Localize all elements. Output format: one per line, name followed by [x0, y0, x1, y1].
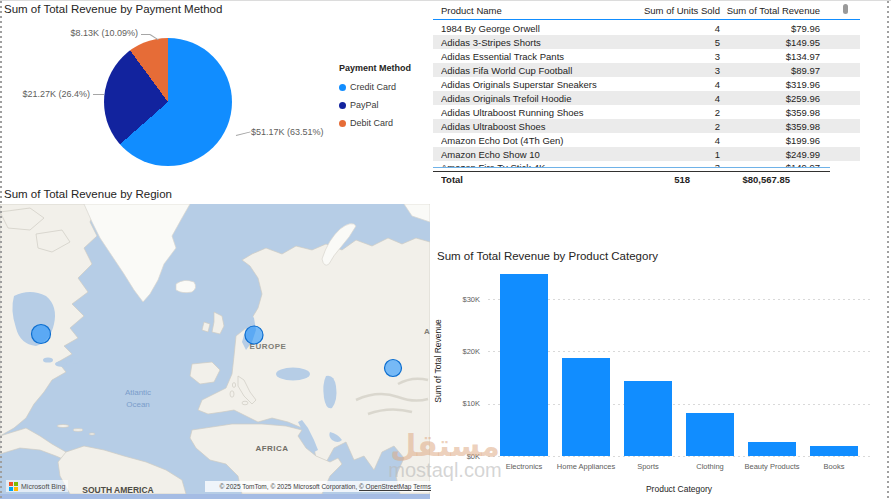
- legend-dot-icon: [339, 120, 346, 127]
- table-cell: Adidas Ultraboost Shoes: [441, 121, 640, 132]
- table-cell: $134.97: [720, 51, 820, 62]
- x-axis-category-label: Home Appliances: [555, 462, 617, 471]
- total-units-value: 518: [610, 174, 690, 185]
- table-cell: 4: [640, 135, 720, 146]
- terms-link[interactable]: Terms: [413, 483, 431, 490]
- column-header-total-revenue[interactable]: Sum of Total Revenue: [720, 5, 820, 16]
- column-header-units-sold[interactable]: Sum of Units Sold: [640, 5, 720, 16]
- report-canvas: Sum of Total Revenue by Payment Method $…: [0, 0, 891, 499]
- table-row[interactable]: Adidas Originals Trefoil Hoodie4$259.96: [433, 91, 860, 105]
- map-great-lakes: [43, 357, 53, 362]
- table-cell: 4: [640, 79, 720, 90]
- pie-label-debit-card: $8.13K (10.09%): [28, 28, 138, 38]
- pie-legend: Payment Method Credit Card PayPal Debit …: [339, 63, 431, 136]
- table-row[interactable]: 1984 By George Orwell4$79.96: [433, 21, 860, 35]
- map-land-iceland: [176, 280, 196, 292]
- map-label-south-america: SOUTH AMERICA: [82, 485, 153, 494]
- table-cell: $79.96: [720, 23, 820, 34]
- map-copyright-text: © 2025 TomTom, © 2025 Microsoft Corporat…: [219, 483, 359, 490]
- bar-books[interactable]: [810, 446, 858, 456]
- y-axis-tick-label: $10K: [446, 399, 480, 408]
- table-header: Product Name Sum of Units Sold Sum of To…: [433, 3, 860, 20]
- bar-sports[interactable]: [624, 381, 672, 456]
- microsoft-logo-icon: [9, 482, 18, 491]
- openstreetmap-link[interactable]: © OpenStreetMap: [359, 483, 411, 490]
- x-axis-category-label: Clothing: [679, 462, 741, 471]
- table-row[interactable]: Adidas Ultraboost Shoes2$359.98: [433, 119, 860, 133]
- map-title: Sum of Total Revenue by Region: [4, 188, 172, 200]
- map-great-lakes: [55, 361, 67, 367]
- table-cell: 5: [640, 37, 720, 48]
- canvas-right-dotted-border: [887, 1, 889, 499]
- map-label-africa: AFRICA: [255, 444, 288, 453]
- map-bubble-europe[interactable]: [245, 326, 263, 344]
- table-cell: 2: [640, 121, 720, 132]
- table-scrollbar-thumb[interactable]: [843, 4, 848, 14]
- table-cell: $319.96: [720, 79, 820, 90]
- table-cell: Adidas Essential Track Pants: [441, 51, 640, 62]
- table-cell: $359.98: [720, 107, 820, 118]
- x-axis-category-label: Books: [803, 462, 865, 471]
- table-cell: $259.96: [720, 93, 820, 104]
- map-label-atlantic-1: Atlantic: [125, 388, 151, 397]
- map-label-asia: ASIA: [424, 327, 430, 336]
- table-row[interactable]: Adidas Ultraboost Running Shoes2$359.98: [433, 105, 860, 119]
- y-axis-tick-label: $20K: [446, 347, 480, 356]
- map-bottom-strip: [0, 494, 430, 499]
- map-bubble-asia[interactable]: [385, 360, 402, 377]
- legend-item-label: PayPal: [350, 100, 379, 110]
- gridline: [488, 456, 870, 457]
- legend-item-label: Credit Card: [350, 82, 396, 92]
- map-attribution: © 2025 TomTom, © 2025 Microsoft Corporat…: [205, 481, 433, 492]
- table-cell: Adidas Originals Superstar Sneakers: [441, 79, 640, 90]
- table-cell: 4: [640, 93, 720, 104]
- table-cell: Amazon Echo Show 10: [441, 149, 640, 160]
- bar-chart-plot: [488, 266, 870, 456]
- legend-title: Payment Method: [339, 63, 431, 73]
- map-black-sea: [276, 368, 310, 381]
- table-cell: $149.95: [720, 37, 820, 48]
- table-cell: Adidas Fifa World Cup Football: [441, 65, 640, 76]
- legend-item-debit-card[interactable]: Debit Card: [339, 118, 431, 128]
- bar-clothing[interactable]: [686, 413, 734, 456]
- table-row[interactable]: Amazon Echo Show 101$249.99: [433, 147, 860, 161]
- table-cell: 3: [640, 65, 720, 76]
- map-bubble-north-america[interactable]: [32, 325, 51, 344]
- bing-logo[interactable]: Microsoft Bing: [6, 480, 68, 492]
- table-cell: $89.97: [720, 65, 820, 76]
- canvas-left-dotted-border: [0, 1, 2, 499]
- pie-chart[interactable]: [104, 38, 232, 166]
- y-axis-tick-label: $30K: [446, 295, 480, 304]
- column-header-product-name[interactable]: Product Name: [441, 5, 640, 16]
- bing-logo-text: Microsoft Bing: [21, 483, 65, 490]
- bar-beauty-products[interactable]: [748, 442, 796, 456]
- legend-dot-icon: [339, 102, 346, 109]
- table-row[interactable]: Adidas 3-Stripes Shorts5$149.95: [433, 35, 860, 49]
- table-cell: Adidas Ultraboost Running Shoes: [441, 107, 640, 118]
- table-row[interactable]: Adidas Originals Superstar Sneakers4$319…: [433, 77, 860, 91]
- bar-x-axis-title: Product Category: [488, 484, 870, 494]
- table-cell: 1984 By George Orwell: [441, 23, 640, 34]
- table-row[interactable]: Amazon Echo Dot (4Th Gen)4$199.96: [433, 133, 860, 147]
- pie-label-paypal: $21.27K (26.4%): [8, 89, 90, 99]
- x-axis-category-label: Sports: [617, 462, 679, 471]
- pie-connector-line: [93, 94, 104, 95]
- world-map[interactable]: EUROPE ASIA AFRICA Atlantic Ocean SOUTH …: [0, 204, 430, 494]
- legend-dot-icon: [339, 84, 346, 91]
- pie-connector-line: [236, 131, 251, 136]
- table-scroll-divider: [433, 167, 830, 168]
- map-visual[interactable]: EUROPE ASIA AFRICA Atlantic Ocean SOUTH …: [0, 204, 430, 494]
- table-cell: 2: [640, 107, 720, 118]
- legend-item-label: Debit Card: [350, 118, 393, 128]
- table-visual: Product Name Sum of Units Sold Sum of To…: [433, 1, 860, 191]
- table-row[interactable]: Adidas Essential Track Pants3$134.97: [433, 49, 860, 63]
- legend-item-credit-card[interactable]: Credit Card: [339, 82, 431, 92]
- bar-y-axis-title: Sum of Total Revenue: [433, 319, 443, 402]
- bar-electronics[interactable]: [500, 274, 548, 456]
- table-cell: $199.96: [720, 135, 820, 146]
- bar-home-appliances[interactable]: [562, 358, 610, 456]
- legend-item-paypal[interactable]: PayPal: [339, 100, 431, 110]
- table-cell: Adidas 3-Stripes Shorts: [441, 37, 640, 48]
- table-cell: Amazon Echo Dot (4Th Gen): [441, 135, 640, 146]
- table-row[interactable]: Adidas Fifa World Cup Football3$89.97: [433, 63, 860, 77]
